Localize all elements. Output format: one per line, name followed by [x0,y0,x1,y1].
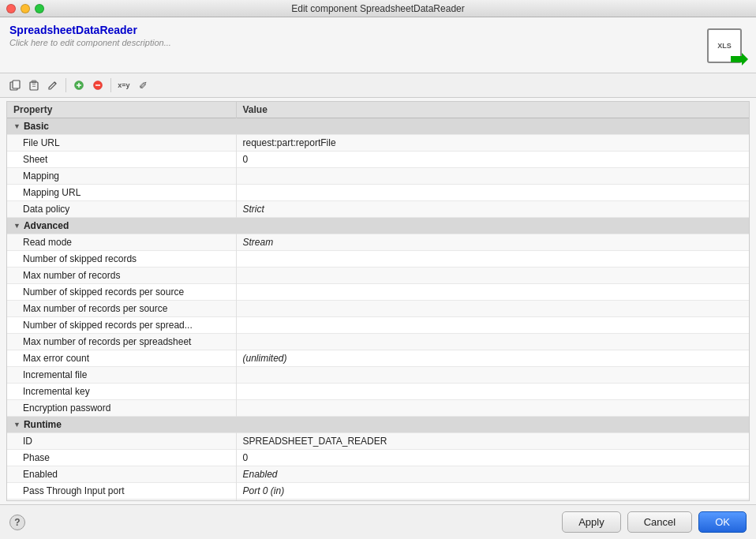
section-label: Advanced [24,220,69,231]
value-cell[interactable]: Strict [236,201,749,218]
table-row: Read modeStream [7,234,749,251]
title-bar: Edit component SpreadsheetDataReader [0,0,756,17]
add-icon [73,80,84,91]
footer: ? Apply Cancel OK [0,504,756,539]
value-cell[interactable]: request:part:reportFile [236,135,749,152]
paste-button[interactable] [25,77,43,94]
table-row: Number of skipped records per spread... [7,317,749,334]
table-row: Number of skipped records [7,251,749,268]
property-cell: Data policy [7,201,236,218]
table-row: File URLrequest:part:reportFile [7,135,749,152]
property-cell: Mapping [7,168,236,185]
section-label: Runtime [24,419,62,430]
table-row: EnabledEnabled [7,466,749,483]
collapse-triangle[interactable]: ▼ [13,222,21,230]
component-description[interactable]: Click here to edit component description… [9,38,702,47]
remove-button[interactable] [89,77,107,94]
property-cell: Max number of records [7,268,236,284]
value-cell[interactable]: Port 0 (in) [236,483,749,500]
value-cell[interactable]: SPREADSHEET_DATA_READER [236,433,749,450]
copy-button[interactable] [6,77,24,94]
properties-table: Property Value ▼ Basic File URLrequest:p… [7,102,749,501]
collapse-triangle[interactable]: ▼ [13,421,21,429]
table-header-row: Property Value [7,102,749,118]
xls-label: XLS [717,42,732,50]
property-cell: Number of skipped records per spread... [7,317,236,334]
property-cell: Phase [7,450,236,466]
value-cell[interactable] [236,334,749,350]
property-cell: Encryption password [7,400,236,417]
property-cell: Incremental key [7,384,236,400]
property-cell: Max number of records per spreadsheet [7,334,236,350]
collapse-triangle[interactable]: ▼ [13,122,21,130]
property-cell: Max error count [7,350,236,367]
window-controls[interactable] [6,4,44,13]
value-cell[interactable] [236,251,749,268]
remove-icon [92,80,103,91]
separator-2 [110,78,111,92]
section-label: Basic [24,121,49,132]
table-row: Pass Through Input portPort 0 (in) [7,483,749,500]
maximize-button[interactable] [35,4,44,13]
property-column-header: Property [7,102,236,118]
formula-button[interactable]: x=y [115,77,133,94]
paste-icon [28,80,39,91]
value-cell[interactable]: Stream [236,234,749,251]
value-cell[interactable] [236,301,749,317]
value-cell[interactable]: 0 [236,152,749,168]
value-cell[interactable]: Enabled [236,466,749,483]
table-row: Incremental key [7,384,749,400]
close-button[interactable] [6,4,16,13]
value-cell[interactable] [236,284,749,301]
script-icon: ✐ [139,80,148,92]
value-cell[interactable] [236,268,749,284]
header: SpreadsheetDataReader Click here to edit… [0,17,756,73]
value-cell[interactable]: 0 [236,450,749,466]
table-row: Number of skipped records per source [7,284,749,301]
value-cell[interactable] [236,168,749,185]
edit-button[interactable] [44,77,62,94]
value-cell[interactable] [236,317,749,334]
footer-right: Apply Cancel OK [562,511,747,533]
xls-icon: XLS [707,28,742,63]
value-column-header: Value [236,102,749,118]
table-row: Data policyStrict [7,201,749,218]
table-row: Encryption password [7,400,749,417]
table-row: Mapping [7,168,749,185]
value-cell[interactable] [236,400,749,417]
value-cell[interactable] [236,367,749,384]
script-button[interactable]: ✐ [134,77,152,94]
property-cell: File URL [7,135,236,152]
arrow-icon [731,52,748,66]
table-row: Max number of records per source [7,301,749,317]
formula-label: x=y [118,81,129,89]
property-cell: Max number of records per source [7,301,236,317]
value-cell[interactable] [236,185,749,201]
svg-marker-0 [731,53,748,66]
table-row: Incremental file [7,367,749,384]
value-cell[interactable] [236,384,749,400]
table-row: Max number of records [7,268,749,284]
section-row-runtime: ▼ Runtime [7,417,749,433]
ok-button[interactable]: OK [698,511,747,533]
cancel-button[interactable]: Cancel [627,511,692,533]
property-cell: Mapping URL [7,185,236,201]
svg-rect-2 [13,80,20,88]
value-cell[interactable]: (unlimited) [236,350,749,367]
separator-1 [65,78,66,92]
footer-left: ? [9,515,25,530]
apply-button[interactable]: Apply [562,511,621,533]
add-button[interactable] [70,77,88,94]
main-content: SpreadsheetDataReader Click here to edit… [0,17,756,539]
table-row: Pass Through Output portPort 0 (out) [7,500,749,502]
table-row: Sheet0 [7,152,749,168]
minimize-button[interactable] [21,4,30,13]
component-title[interactable]: SpreadsheetDataReader [9,24,702,36]
property-cell: Pass Through Output port [7,500,236,502]
property-cell: Incremental file [7,367,236,384]
section-row-advanced: ▼ Advanced [7,218,749,234]
help-button[interactable]: ? [9,515,25,530]
window-title: Edit component SpreadsheetDataReader [291,3,464,14]
properties-area: Property Value ▼ Basic File URLrequest:p… [6,101,750,501]
value-cell[interactable]: Port 0 (out) [236,500,749,502]
